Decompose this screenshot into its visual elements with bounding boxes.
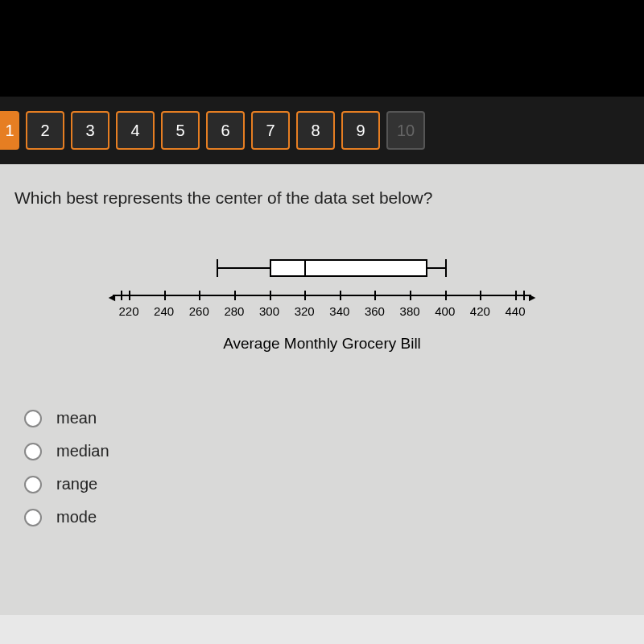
nav-item-2[interactable]: 2	[26, 111, 64, 150]
question-nav: 1 2 3 4 5 6 7 8 9 10	[0, 97, 644, 164]
boxplot	[129, 248, 515, 288]
question-text: Which best represents the center of the …	[8, 188, 636, 208]
answer-options: mean median range mode	[8, 409, 636, 526]
option-range[interactable]: range	[24, 475, 636, 493]
arrow-left-icon: ◄	[106, 291, 118, 303]
axis: ◄ ► 220240260280300320340360380400420440	[129, 295, 515, 327]
radio-icon	[24, 443, 42, 460]
radio-icon	[24, 476, 42, 493]
option-mean[interactable]: mean	[24, 409, 636, 427]
nav-item-1[interactable]: 1	[0, 111, 19, 150]
nav-item-9[interactable]: 9	[341, 111, 380, 150]
radio-icon	[24, 410, 42, 427]
nav-item-7[interactable]: 7	[251, 111, 290, 150]
chart-area: ◄ ► 220240260280300320340360380400420440…	[8, 248, 636, 353]
radio-icon	[24, 509, 42, 526]
nav-item-8[interactable]: 8	[296, 111, 335, 150]
option-mode[interactable]: mode	[24, 508, 636, 526]
option-label: mode	[56, 508, 97, 526]
nav-item-10: 10	[386, 111, 425, 150]
option-median[interactable]: median	[24, 442, 636, 460]
content-area: Which best represents the center of the …	[0, 164, 644, 615]
option-label: mean	[56, 409, 97, 427]
option-label: median	[56, 442, 109, 460]
chart-title: Average Monthly Grocery Bill	[113, 335, 531, 353]
nav-item-6[interactable]: 6	[206, 111, 245, 150]
nav-item-5[interactable]: 5	[161, 111, 200, 150]
option-label: range	[56, 475, 97, 493]
top-black-bar	[0, 0, 644, 97]
nav-item-4[interactable]: 4	[116, 111, 155, 150]
arrow-right-icon: ►	[526, 291, 538, 303]
nav-item-3[interactable]: 3	[71, 111, 109, 150]
